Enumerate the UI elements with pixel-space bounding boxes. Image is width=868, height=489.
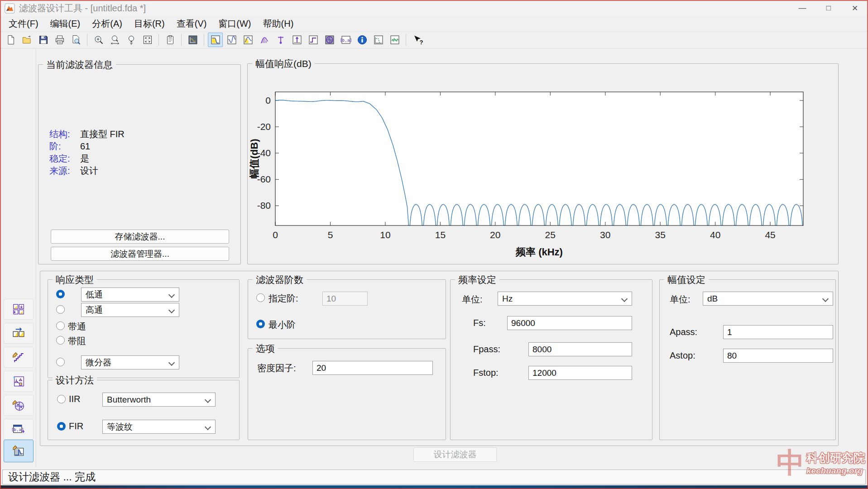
design-method-group: 设计方法 IIR Butterworth FIR 等波纹 (48, 380, 240, 440)
filter-coefficients-icon: [b,a] (340, 34, 351, 45)
bandpass-radio[interactable] (56, 321, 65, 330)
menu-item-file[interactable]: 文件(F) (3, 16, 44, 31)
design-filter-button[interactable]: 设计滤波器 (413, 447, 497, 462)
astop-input[interactable] (723, 349, 833, 363)
close-button[interactable]: ✕ (842, 0, 868, 16)
differentiator-combobox[interactable]: 微分器 (81, 355, 179, 369)
lowpass-radio[interactable] (56, 290, 65, 298)
filter-information-icon[interactable] (355, 33, 369, 47)
zoom-in-icon[interactable] (91, 33, 106, 47)
filter-info-row: 来源:设计 (49, 165, 125, 177)
set-quantization-button[interactable] (4, 347, 34, 368)
context-help-icon[interactable]: ? (410, 33, 425, 47)
roundoff-noise-spectrum-icon[interactable] (387, 33, 402, 47)
info-label: 稳定: (49, 153, 80, 165)
panel-title: 当前滤波器信息 (43, 58, 116, 71)
fpass-input[interactable] (528, 342, 632, 356)
maximize-button[interactable]: □ (815, 0, 842, 16)
step-response-icon[interactable] (306, 33, 321, 47)
chevron-down-icon (822, 296, 829, 302)
iir-radio[interactable] (57, 395, 66, 403)
print-preview-icon[interactable] (68, 33, 83, 47)
fir-label: FIR (69, 421, 83, 431)
group-title: 设计方法 (53, 374, 97, 387)
specify-order-label: 指定阶: (269, 292, 298, 305)
realize-model-button[interactable] (4, 371, 34, 392)
fstop-input[interactable] (528, 366, 632, 380)
menu-item-target[interactable]: 目标(R) (128, 16, 171, 31)
filter-specifications-icon (187, 34, 198, 45)
mag-unit-combobox[interactable]: dB (703, 292, 833, 306)
phase-delay-icon[interactable] (273, 33, 288, 47)
fir-method-combobox[interactable]: 等波纹 (102, 420, 216, 434)
magnitude-response-panel: 幅值响应(dB) 0510152025303540450-20-40-60-80… (247, 63, 839, 264)
save-icon[interactable] (36, 33, 51, 47)
fs-input[interactable] (507, 316, 632, 330)
window-title: 滤波器设计工具 - [untitled.fda *] (19, 2, 146, 14)
magnitude-response-icon[interactable] (208, 33, 223, 47)
fpass-label: Fpass: (473, 344, 500, 355)
menu-bar: 文件(F)编辑(E)分析(A)目标(R)查看(V)窗口(W)帮助(H) (0, 16, 868, 31)
minimize-button[interactable]: — (789, 0, 815, 16)
chevron-down-icon (168, 292, 175, 298)
zoom-x-icon[interactable] (107, 33, 122, 47)
context-help-icon: ? (412, 34, 423, 45)
specify-order-input[interactable] (322, 292, 368, 306)
taskbar-edge (0, 485, 868, 489)
copy-icon[interactable] (163, 33, 177, 47)
density-factor-input[interactable] (312, 361, 433, 375)
filter-coefficients-icon[interactable]: [b,a] (338, 33, 353, 47)
group-delay-icon[interactable] (257, 33, 272, 47)
toolbar-separator (406, 34, 406, 46)
bandstop-radio[interactable] (56, 336, 65, 345)
open-file-icon[interactable] (19, 33, 34, 47)
options-group: 选项 密度因子: (248, 348, 446, 440)
store-filter-button[interactable]: 存储滤波器... (51, 230, 229, 244)
combo-value: 微分器 (86, 357, 111, 369)
design-filter-button[interactable] (4, 440, 34, 462)
new-file-icon[interactable] (3, 33, 18, 47)
menu-item-help[interactable]: 帮助(H) (257, 16, 300, 31)
import-filter-button[interactable]: [b,a] (4, 419, 34, 440)
highpass-radio[interactable] (56, 305, 65, 314)
transform-filter-button[interactable] (4, 323, 34, 344)
info-label: 结构: (49, 128, 80, 140)
magnitude-phase-response-icon (243, 34, 254, 45)
lowpass-type-combobox[interactable]: 低通 (81, 288, 179, 302)
magnitude-response-estimate-icon[interactable] (371, 33, 386, 47)
frequency-specs-group: 频率设定 单位: Hz Fs: Fpass: Fstop: (450, 279, 652, 440)
svg-text:[b,a]: [b,a] (340, 38, 351, 43)
impulse-response-icon (292, 34, 302, 45)
multirate-filter-button[interactable] (4, 299, 34, 320)
filter-specifications-icon[interactable] (185, 33, 200, 47)
apass-input[interactable] (723, 325, 833, 339)
fir-radio[interactable] (57, 422, 66, 431)
print-icon[interactable] (52, 33, 67, 47)
pole-zero-editor-button[interactable] (4, 395, 34, 416)
minimum-order-radio[interactable] (256, 320, 265, 328)
menu-item-analysis[interactable]: 分析(A) (86, 16, 128, 31)
svg-text:30: 30 (600, 230, 610, 240)
differentiator-radio[interactable] (56, 358, 65, 366)
combo-value: 低通 (86, 289, 103, 301)
group-title: 滤波器阶数 (253, 273, 307, 286)
impulse-response-icon[interactable] (289, 33, 304, 47)
freq-unit-combobox[interactable]: Hz (498, 292, 632, 306)
pole-zero-plot-icon[interactable] (322, 33, 337, 47)
full-view-icon[interactable] (140, 33, 155, 47)
iir-method-combobox[interactable]: Butterworth (102, 393, 216, 407)
apass-label: Apass: (670, 327, 697, 337)
combo-value: Butterworth (107, 395, 151, 405)
chevron-down-icon (205, 424, 211, 430)
phase-response-icon[interactable] (224, 33, 239, 47)
zoom-y-icon[interactable] (124, 33, 139, 47)
highpass-type-combobox[interactable]: 高通 (81, 303, 179, 317)
menu-item-view[interactable]: 查看(V) (171, 16, 213, 31)
svg-text:-80: -80 (257, 200, 271, 211)
magnitude-phase-response-icon[interactable] (240, 33, 255, 47)
filter-manager-button[interactable]: 滤波器管理器... (51, 247, 229, 261)
svg-text:5: 5 (328, 230, 333, 240)
menu-item-edit[interactable]: 编辑(E) (44, 16, 86, 31)
menu-item-window[interactable]: 窗口(W) (212, 16, 257, 31)
specify-order-radio[interactable] (256, 293, 265, 302)
